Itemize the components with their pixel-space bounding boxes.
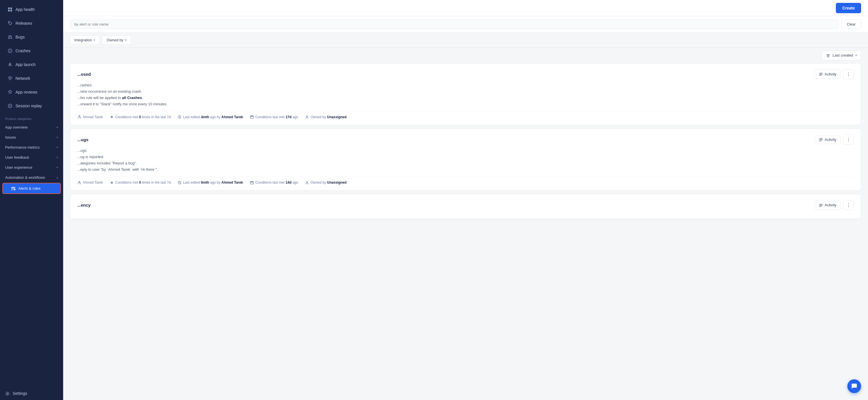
activity-label: Activity	[825, 72, 836, 76]
sort-bar: Last created ▾	[63, 48, 868, 63]
activity-button[interactable]: Activity	[815, 135, 841, 144]
svg-point-16	[79, 116, 80, 117]
more-options-button[interactable]: ⋮	[843, 134, 854, 145]
rule-actions: Activity ⋮	[815, 69, 854, 79]
settings-icon	[5, 391, 10, 396]
sort-button[interactable]: Last created ▾	[822, 51, 861, 60]
svg-point-21	[79, 181, 80, 183]
create-button[interactable]: Create	[836, 3, 861, 13]
rule-desc-line: ...orward it to "Slack" notify me once e…	[77, 101, 854, 107]
rule-description: ...rashes. ...new occurrence on an exist…	[77, 82, 854, 107]
clear-button[interactable]: Clear	[841, 20, 861, 29]
product-categories-label: Product categories	[0, 113, 63, 122]
sidebar-category-label-app-overview: App overview	[5, 125, 28, 129]
rocket-icon	[7, 62, 12, 67]
search-input[interactable]	[70, 20, 838, 29]
activity-button[interactable]: Activity	[815, 201, 841, 210]
sidebar-item-releases[interactable]: Releases	[2, 17, 61, 30]
rule-meta-conditions-last-met: Conditions last met 14d ago	[250, 181, 298, 185]
sidebar-category-app-overview[interactable]: App overview ▾	[0, 122, 63, 132]
user-icon	[77, 181, 81, 185]
sidebar-category-user-experience[interactable]: User experience ▾	[0, 162, 63, 173]
alert-circle-icon	[7, 48, 12, 53]
settings-label: Settings	[12, 391, 27, 396]
integration-filter-label: Integration	[74, 38, 92, 42]
rule-card: ...ugs Activity ⋮ ...ugs. ...ug is	[70, 128, 861, 190]
sidebar-item-bugs[interactable]: Bugs	[2, 30, 61, 43]
grid-icon	[7, 7, 12, 12]
conditions-met-text: Conditions met 0 times in the last 7d	[115, 115, 170, 119]
rule-desc-line: ...ategories Includes "Report a bug".	[77, 160, 854, 166]
rule-meta-owned-by: Owned by Unassigned	[305, 115, 346, 119]
conditions-icon	[110, 115, 114, 119]
sort-icon	[826, 53, 830, 58]
rule-meta-owner-name: Ahmed Tarek	[83, 115, 103, 119]
chevron-down-icon: ▾	[94, 38, 95, 41]
chevron-down-icon: ▾	[57, 156, 58, 159]
sidebar-item-app-launch[interactable]: App launch	[2, 58, 61, 71]
chevron-down-icon: ▾	[57, 166, 58, 169]
sidebar-item-session-replay[interactable]: Session replay	[2, 99, 61, 113]
wifi-icon	[7, 76, 12, 81]
more-options-button[interactable]: ⋮	[843, 69, 854, 79]
sidebar-label-crashes: Crashes	[16, 49, 30, 53]
rule-meta-owned-by: Owned by Unassigned	[305, 181, 346, 185]
rule-title: ...ugs	[77, 137, 88, 142]
integration-filter-button[interactable]: Integration ▾	[70, 36, 99, 44]
rule-meta-conditions-met: Conditions met 0 times in the last 7d	[110, 181, 170, 185]
filter-bar: Integration ▾ Owned by ▾	[63, 33, 868, 48]
svg-rect-19	[250, 116, 253, 119]
sidebar-category-user-feedback[interactable]: User feedback ▾	[0, 152, 63, 162]
search-bar: Clear	[63, 16, 868, 33]
sidebar-item-app-reviews[interactable]: App reviews	[2, 86, 61, 99]
rule-meta-owner-name: Ahmed Tarek	[83, 181, 103, 185]
rules-list: ...osed Activity ⋮ ...rashes. ...ne	[63, 63, 868, 400]
chevron-down-icon: ▾	[856, 54, 857, 57]
calendar-icon	[250, 181, 254, 185]
rule-actions: Activity ⋮	[815, 200, 854, 210]
more-options-button[interactable]: ⋮	[843, 200, 854, 210]
sidebar-item-network[interactable]: Network	[2, 72, 61, 85]
chat-fab-button[interactable]	[847, 379, 861, 393]
activity-label: Activity	[825, 137, 836, 142]
tag-icon	[7, 21, 12, 26]
last-edited-text: Last edited 6mth ago by Ahmed Tarek	[183, 181, 243, 185]
chevron-up-icon: ▴	[57, 176, 58, 179]
owned-by-text: Owned by Unassigned	[311, 115, 346, 119]
person-icon	[305, 115, 309, 119]
sidebar-item-app-health[interactable]: App health	[2, 3, 61, 16]
sidebar-category-issues[interactable]: Issues ▾	[0, 132, 63, 142]
owned-by-text: Owned by Unassigned	[311, 181, 346, 185]
sort-label: Last created	[832, 53, 853, 57]
owned-by-filter-button[interactable]: Owned by ▾	[102, 36, 131, 44]
play-circle-icon	[7, 103, 12, 109]
sidebar-category-automation-workflows[interactable]: Automation & workflows ▴	[0, 173, 63, 183]
svg-rect-10	[11, 187, 15, 188]
sidebar-sub-item-label-alerts-rules: Alerts & rules	[19, 186, 40, 190]
activity-button[interactable]: Activity	[815, 69, 841, 79]
sidebar-category-label-automation-workflows: Automation & workflows	[5, 175, 45, 180]
rule-card-header: ...ugs Activity ⋮	[77, 134, 854, 145]
list-icon	[819, 72, 823, 76]
sidebar-label-network: Network	[16, 76, 30, 81]
conditions-icon	[110, 181, 114, 185]
sidebar-category-performance-metrics[interactable]: Performance metrics ▾	[0, 142, 63, 152]
rule-meta: Ahmed Tarek Conditions met 0 times in th…	[77, 177, 854, 185]
sidebar-label-bugs: Bugs	[16, 35, 25, 39]
clock-icon	[178, 115, 182, 119]
sidebar-item-settings[interactable]: Settings	[0, 387, 63, 400]
rule-desc-line: ...new occurrence on an existing crash.	[77, 88, 854, 95]
calendar-icon	[250, 115, 254, 119]
sidebar-category-label-issues: Issues	[5, 135, 16, 140]
rule-title: ...osed	[77, 72, 91, 76]
svg-point-7	[10, 64, 11, 65]
rule-actions: Activity ⋮	[815, 134, 854, 145]
svg-point-25	[307, 181, 308, 183]
rule-meta-owner: Ahmed Tarek	[77, 115, 103, 119]
svg-rect-2	[8, 10, 10, 11]
conditions-met-text: Conditions met 0 times in the last 7d	[115, 181, 170, 185]
sidebar-item-crashes[interactable]: Crashes	[2, 44, 61, 57]
svg-rect-12	[11, 190, 13, 190]
sidebar-item-alerts-rules[interactable]: ! Alerts & rules	[2, 183, 61, 194]
svg-rect-1	[10, 7, 12, 9]
